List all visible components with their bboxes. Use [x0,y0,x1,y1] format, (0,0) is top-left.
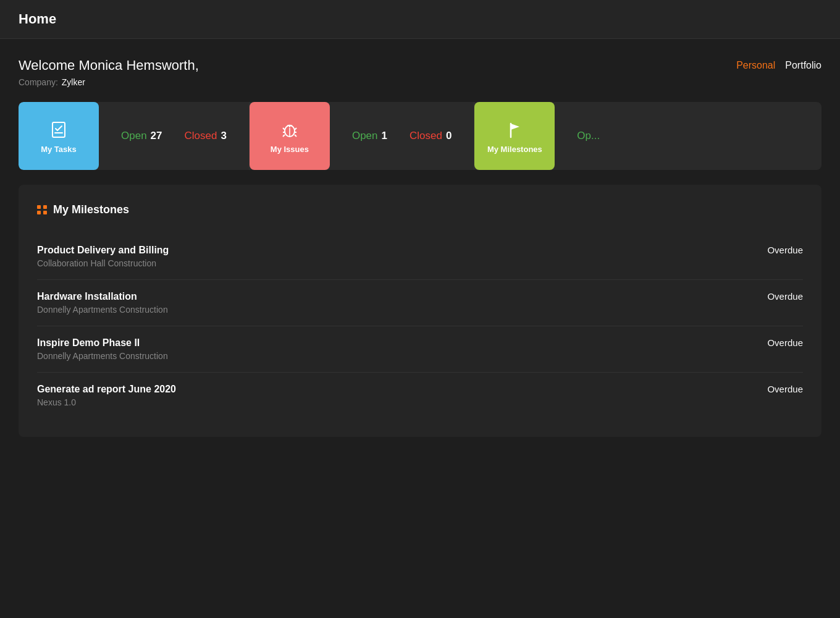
company-label: Company: [19,77,58,87]
milestone-info: Generate ad report June 2020 Nexus 1.0 [37,384,176,407]
tasks-card[interactable]: My Tasks Open 27 Closed 3 [19,102,249,170]
milestones-stats: Op... [555,130,622,142]
welcome-text: Welcome Monica Hemsworth, [19,57,199,74]
header: Home [0,0,840,39]
milestones-section: My Milestones Product Delivery and Billi… [19,185,821,437]
issues-icon-block: My Issues [250,102,330,170]
milestone-item[interactable]: Hardware Installation Donnelly Apartment… [37,280,803,326]
milestones-label: My Milestones [487,145,542,154]
milestones-icon-block: My Milestones [474,102,555,170]
tasks-open-stat: Open 27 [121,130,162,142]
view-toggle: Personal Portfolio [736,60,821,71]
dots-icon [37,205,47,215]
milestone-item[interactable]: Inspire Demo Phase II Donnelly Apartment… [37,326,803,373]
milestone-info: Hardware Installation Donnelly Apartment… [37,291,168,315]
issues-label: My Issues [271,145,309,154]
milestone-name: Hardware Installation [37,291,168,302]
milestones-icon [503,119,526,141]
dot-4 [43,211,47,214]
section-title: My Milestones [53,203,129,216]
milestone-project: Nexus 1.0 [37,397,176,407]
milestone-project: Donnelly Apartments Construction [37,305,168,315]
portfolio-toggle[interactable]: Portfolio [785,60,821,71]
tasks-label: My Tasks [41,145,77,154]
issues-card[interactable]: My Issues Open 1 Closed 0 [250,102,474,170]
issues-stats: Open 1 Closed 0 [330,130,474,142]
dot-1 [37,205,41,209]
milestone-project: Donnelly Apartments Construction [37,351,168,361]
milestone-info: Product Delivery and Billing Collaborati… [37,245,169,268]
milestone-name: Generate ad report June 2020 [37,384,176,395]
personal-toggle[interactable]: Personal [736,60,775,71]
milestones-card[interactable]: My Milestones Op... [474,102,622,170]
issues-open-label: Open [352,130,378,142]
milestone-status: Overdue [767,291,803,302]
milestone-item[interactable]: Generate ad report June 2020 Nexus 1.0 O… [37,373,803,418]
tasks-closed-count: 3 [220,130,226,142]
section-header: My Milestones [37,203,803,216]
svg-line-5 [295,128,296,130]
milestone-status: Overdue [767,384,803,394]
main-content: Welcome Monica Hemsworth, Personal Portf… [0,39,840,455]
milestones-open-stat: Op... [577,130,600,142]
tasks-icon [48,119,70,141]
milestone-status: Overdue [767,337,803,348]
tasks-closed-stat: Closed 3 [185,130,227,142]
issues-closed-stat: Closed 0 [410,130,452,142]
milestone-name: Product Delivery and Billing [37,245,169,256]
tasks-open-label: Open [121,130,147,142]
tasks-closed-label: Closed [185,130,217,142]
dot-2 [43,205,47,209]
issues-closed-count: 0 [446,130,452,142]
dot-3 [37,211,41,214]
page-title: Home [19,11,56,27]
milestones-open-label: Op... [577,130,600,142]
company-row: Company: Zylker [19,77,821,87]
svg-line-9 [295,135,296,137]
tasks-icon-block: My Tasks [19,102,99,170]
milestone-list: Product Delivery and Billing Collaborati… [37,234,803,418]
issues-closed-label: Closed [410,130,442,142]
welcome-row: Welcome Monica Hemsworth, Personal Portf… [19,57,821,74]
svg-line-8 [283,135,285,137]
milestone-info: Inspire Demo Phase II Donnelly Apartment… [37,337,168,361]
issues-open-stat: Open 1 [352,130,387,142]
cards-row: My Tasks Open 27 Closed 3 [19,102,821,170]
milestone-item[interactable]: Product Delivery and Billing Collaborati… [37,234,803,280]
milestone-project: Collaboration Hall Construction [37,258,169,268]
milestone-name: Inspire Demo Phase II [37,337,168,349]
company-name: Zylker [62,77,85,87]
tasks-stats: Open 27 Closed 3 [99,130,249,142]
issues-open-count: 1 [382,130,387,142]
milestone-status: Overdue [767,245,803,255]
issues-icon [279,119,301,141]
tasks-open-count: 27 [151,130,162,142]
svg-line-4 [283,128,285,130]
